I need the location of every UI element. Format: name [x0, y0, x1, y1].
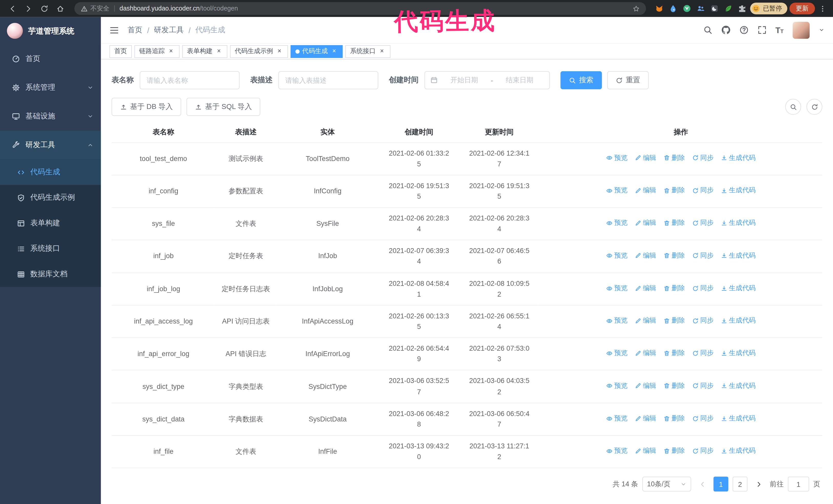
- preview-link[interactable]: 预览: [606, 283, 627, 293]
- next-page-button[interactable]: [752, 477, 766, 492]
- edit-link[interactable]: 编辑: [635, 218, 656, 228]
- delete-link[interactable]: 删除: [664, 153, 685, 163]
- preview-link[interactable]: 预览: [606, 446, 627, 456]
- tag-tab[interactable]: 系统接口×: [345, 45, 390, 58]
- browser-update-button[interactable]: 更新: [789, 3, 815, 14]
- delete-link[interactable]: 删除: [664, 283, 685, 293]
- extension-fox-icon[interactable]: [653, 3, 665, 14]
- preview-link[interactable]: 预览: [606, 348, 627, 358]
- sidebar-item-db-doc[interactable]: 数据库文档: [0, 262, 101, 287]
- generate-code-link[interactable]: 生成代码: [721, 381, 756, 391]
- edit-link[interactable]: 编辑: [635, 250, 656, 261]
- generate-code-link[interactable]: 生成代码: [721, 316, 756, 326]
- edit-link[interactable]: 编辑: [635, 283, 656, 293]
- close-icon[interactable]: ×: [167, 48, 175, 55]
- help-icon[interactable]: [739, 25, 748, 34]
- preview-link[interactable]: 预览: [606, 250, 627, 261]
- generate-code-link[interactable]: 生成代码: [721, 185, 756, 196]
- extension-leaf-icon[interactable]: [722, 3, 734, 14]
- sync-link[interactable]: 同步: [692, 283, 714, 293]
- app-logo[interactable]: 芋道管理系统: [0, 17, 101, 45]
- browser-menu-button[interactable]: [817, 5, 828, 13]
- preview-link[interactable]: 预览: [606, 153, 627, 163]
- delete-link[interactable]: 删除: [664, 348, 685, 358]
- sync-link[interactable]: 同步: [692, 316, 714, 326]
- preview-link[interactable]: 预览: [606, 381, 627, 391]
- address-bar[interactable]: 不安全 dashboard.yudao.iocoder.cn/tool/code…: [74, 2, 646, 15]
- generate-code-link[interactable]: 生成代码: [721, 348, 756, 358]
- tag-tab[interactable]: 表单构建×: [182, 45, 227, 58]
- tag-tab[interactable]: 代码生成×: [291, 45, 343, 58]
- close-icon[interactable]: ×: [215, 48, 222, 55]
- generate-code-link[interactable]: 生成代码: [721, 250, 756, 261]
- delete-link[interactable]: 删除: [664, 250, 685, 261]
- extension-dark-icon[interactable]: [709, 3, 720, 14]
- prev-page-button[interactable]: [695, 477, 709, 492]
- edit-link[interactable]: 编辑: [635, 413, 656, 424]
- bookmark-star-icon[interactable]: [633, 5, 640, 12]
- user-avatar[interactable]: [792, 22, 809, 39]
- sidebar-item-devtools[interactable]: 研发工具: [0, 131, 101, 160]
- page-button-2[interactable]: 2: [733, 477, 747, 492]
- breadcrumb-home[interactable]: 首页: [127, 25, 142, 34]
- preview-link[interactable]: 预览: [606, 316, 627, 326]
- sync-link[interactable]: 同步: [692, 153, 714, 163]
- edit-link[interactable]: 编辑: [635, 153, 656, 163]
- sidebar-item-system-management[interactable]: 系统管理: [0, 73, 101, 102]
- delete-link[interactable]: 删除: [664, 218, 685, 228]
- extensions-puzzle-icon[interactable]: [736, 3, 748, 14]
- tag-tab[interactable]: 首页: [110, 45, 132, 58]
- page-size-select[interactable]: 10条/页: [642, 477, 691, 492]
- github-icon[interactable]: [721, 25, 730, 34]
- delete-link[interactable]: 删除: [664, 316, 685, 326]
- edit-link[interactable]: 编辑: [635, 185, 656, 196]
- edit-link[interactable]: 编辑: [635, 348, 656, 358]
- close-icon[interactable]: ×: [378, 48, 386, 55]
- generate-code-link[interactable]: 生成代码: [721, 446, 756, 456]
- table-desc-input[interactable]: [278, 71, 378, 89]
- sidebar-item-home[interactable]: 首页: [0, 45, 101, 73]
- sidebar-item-infrastructure[interactable]: 基础设施: [0, 102, 101, 131]
- sidebar-item-form-builder[interactable]: 表单构建: [0, 211, 101, 236]
- generate-code-link[interactable]: 生成代码: [721, 218, 756, 228]
- refresh-table-button[interactable]: [806, 99, 822, 115]
- fullscreen-icon[interactable]: [757, 25, 766, 34]
- import-db-button[interactable]: 基于 DB 导入: [112, 98, 181, 116]
- extension-drop-icon[interactable]: [667, 3, 679, 14]
- delete-link[interactable]: 删除: [664, 381, 685, 391]
- sidebar-item-system-api[interactable]: 系统接口: [0, 236, 101, 261]
- edit-link[interactable]: 编辑: [635, 381, 656, 391]
- profile-paused-chip[interactable]: 已暂停: [750, 3, 787, 14]
- goto-page-input[interactable]: [788, 477, 809, 492]
- table-name-input[interactable]: [140, 71, 240, 89]
- sync-link[interactable]: 同步: [692, 185, 714, 196]
- preview-link[interactable]: 预览: [606, 218, 627, 228]
- generate-code-link[interactable]: 生成代码: [721, 153, 756, 163]
- edit-link[interactable]: 编辑: [635, 446, 656, 456]
- font-size-icon[interactable]: TT: [776, 26, 784, 34]
- edit-link[interactable]: 编辑: [635, 316, 656, 326]
- preview-link[interactable]: 预览: [606, 185, 627, 196]
- sidebar-toggle-button[interactable]: [110, 25, 119, 34]
- search-icon[interactable]: [703, 25, 712, 34]
- page-button-1[interactable]: 1: [714, 477, 729, 492]
- preview-link[interactable]: 预览: [606, 413, 627, 424]
- browser-reload-button[interactable]: [37, 2, 51, 15]
- sync-link[interactable]: 同步: [692, 218, 714, 228]
- sidebar-item-codegen-example[interactable]: 代码生成示例: [0, 185, 101, 210]
- delete-link[interactable]: 删除: [664, 446, 685, 456]
- delete-link[interactable]: 删除: [664, 413, 685, 424]
- chevron-down-icon[interactable]: [819, 27, 825, 33]
- generate-code-link[interactable]: 生成代码: [721, 413, 756, 424]
- breadcrumb-devtools[interactable]: 研发工具: [154, 25, 184, 34]
- delete-link[interactable]: 删除: [664, 185, 685, 196]
- sidebar-item-codegen[interactable]: 代码生成: [0, 160, 101, 185]
- extension-people-icon[interactable]: [695, 3, 707, 14]
- close-icon[interactable]: ×: [330, 48, 338, 55]
- tag-tab[interactable]: 代码生成示例×: [230, 45, 288, 58]
- sync-link[interactable]: 同步: [692, 348, 714, 358]
- generate-code-link[interactable]: 生成代码: [721, 283, 756, 293]
- tag-tab[interactable]: 链路追踪×: [134, 45, 180, 58]
- extension-vue-devtools-icon[interactable]: [681, 3, 693, 14]
- date-range-picker[interactable]: 开始日期 - 结束日期: [425, 71, 550, 89]
